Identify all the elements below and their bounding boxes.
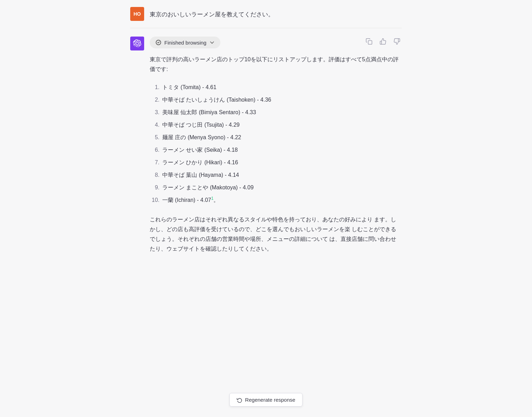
chatgpt-logo-icon — [133, 39, 141, 48]
chevron-down-icon — [209, 40, 215, 45]
ai-content: Finished browsing 東京で評判の高いラーメン店のトップ10を以下… — [150, 37, 402, 254]
list-number: 7. — [150, 158, 159, 167]
thumbs-up-button[interactable] — [378, 37, 388, 46]
user-message-row: HO 東京のおいしいラーメン屋を教えてください。 — [130, 0, 402, 28]
list-number: 9. — [150, 183, 159, 192]
list-item-text: 中華そば 葉山 (Hayama) - 4.14 — [162, 170, 239, 180]
list-number: 6. — [150, 145, 159, 155]
list-item-text: 中華そば たいしょうけん (Taishoken) - 4.36 — [162, 95, 271, 105]
regenerate-bar: Regenerate response — [229, 393, 303, 407]
regenerate-button[interactable]: Regenerate response — [229, 393, 303, 407]
footnote-ref: 1 — [211, 196, 213, 201]
list-item: 9.ラーメン まことや (Makotoya) - 4.09 — [150, 181, 402, 194]
list-item-text: ラーメン まことや (Makotoya) - 4.09 — [162, 183, 253, 192]
thumbs-up-icon — [380, 38, 386, 45]
list-number: 2. — [150, 95, 159, 105]
list-item-text: トミタ (Tomita) - 4.61 — [162, 82, 217, 92]
list-item: 7.ラーメン ひかり (Hikari) - 4.16 — [150, 156, 402, 169]
user-initials: HO — [134, 11, 141, 17]
ramen-list: 1.トミタ (Tomita) - 4.612.中華そば たいしょうけん (Tai… — [150, 81, 402, 206]
list-item: 8.中華そば 葉山 (Hayama) - 4.14 — [150, 169, 402, 181]
list-item-text: 一蘭 (Ichiran) - 4.071。 — [162, 195, 219, 205]
ai-avatar — [130, 37, 144, 50]
thumbs-down-button[interactable] — [392, 37, 402, 46]
list-item: 4.中華そば つじ田 (Tsujita) - 4.29 — [150, 119, 402, 131]
list-number: 3. — [150, 108, 159, 117]
user-message-text: 東京のおいしいラーメン屋を教えてください。 — [150, 7, 274, 19]
list-item-text: 麺屋 庄の (Menya Syono) - 4.22 — [162, 133, 241, 142]
regenerate-icon — [237, 397, 242, 403]
list-number: 5. — [150, 133, 159, 142]
list-number: 8. — [150, 170, 159, 180]
ai-response-text: 東京で評判の高いラーメン店のトップ10を以下にリストアップします。評価はすべて5… — [150, 55, 402, 254]
list-item-text: ラーメン ひかり (Hikari) - 4.16 — [162, 158, 238, 167]
list-item: 6.ラーメン せい家 (Seika) - 4.18 — [150, 144, 402, 156]
copy-button[interactable] — [364, 37, 374, 46]
browsing-pill[interactable]: Finished browsing — [150, 37, 220, 48]
list-item-text: 美味屋 仙太郎 (Bimiya Sentaro) - 4.33 — [162, 108, 256, 117]
list-number: 4. — [150, 120, 159, 130]
ai-intro-text: 東京で評判の高いラーメン店のトップ10を以下にリストアップします。評価はすべて5… — [150, 55, 402, 74]
list-item: 5.麺屋 庄の (Menya Syono) - 4.22 — [150, 131, 402, 144]
browsing-label: Finished browsing — [164, 40, 206, 46]
list-item-text: 中華そば つじ田 (Tsujita) - 4.29 — [162, 120, 240, 130]
user-avatar: HO — [130, 7, 144, 21]
list-item: 2.中華そば たいしょうけん (Taishoken) - 4.36 — [150, 94, 402, 106]
list-item: 1.トミタ (Tomita) - 4.61 — [150, 81, 402, 94]
list-number: 1. — [150, 82, 159, 92]
list-number: 10. — [150, 195, 159, 205]
copy-icon — [366, 38, 373, 45]
list-item: 10.一蘭 (Ichiran) - 4.071。 — [150, 194, 402, 206]
ai-message-row: Finished browsing 東京で評判の高いラーメン店のトップ10を以下… — [130, 28, 402, 262]
list-item: 3.美味屋 仙太郎 (Bimiya Sentaro) - 4.33 — [150, 106, 402, 119]
ai-outro-text: これらのラーメン店はそれぞれ異なるスタイルや特色を持っており、あなたの好みにより… — [150, 215, 402, 254]
ai-actions — [364, 37, 402, 46]
regenerate-label: Regenerate response — [245, 397, 295, 403]
check-circle-icon — [155, 39, 162, 46]
svg-rect-0 — [368, 41, 372, 45]
list-item-text: ラーメン せい家 (Seika) - 4.18 — [162, 145, 238, 155]
thumbs-down-icon — [393, 38, 400, 45]
